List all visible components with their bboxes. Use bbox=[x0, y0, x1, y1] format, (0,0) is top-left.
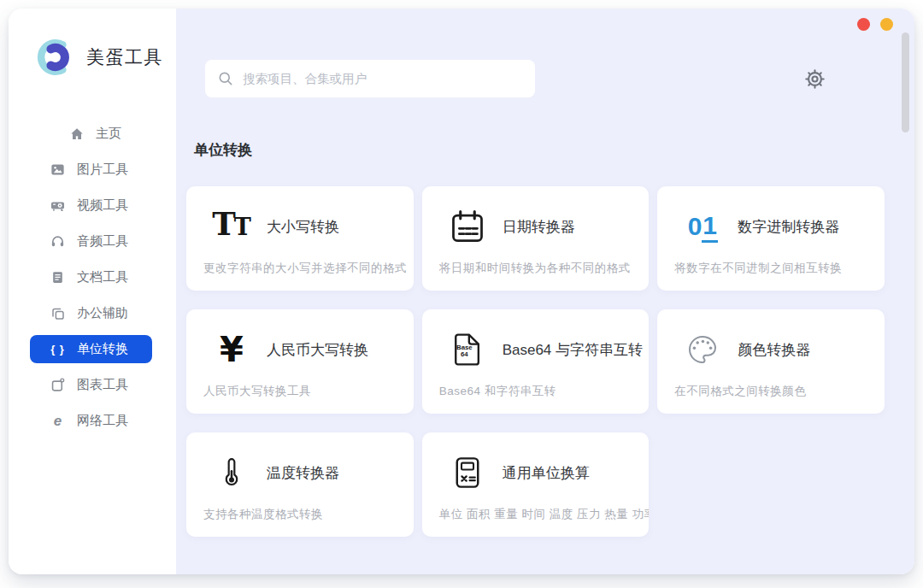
home-icon bbox=[68, 126, 85, 142]
card-color-converter[interactable]: 颜色转换器 在不同格式之间转换颜色 bbox=[657, 309, 885, 414]
video-icon bbox=[50, 197, 66, 214]
card-title: Base64 与字符串互转 bbox=[503, 340, 643, 360]
image-icon bbox=[50, 162, 66, 178]
search-icon bbox=[217, 70, 234, 87]
card-title: 温度转换器 bbox=[267, 463, 339, 483]
sidebar-item-office-assist[interactable]: 办公辅助 bbox=[30, 299, 152, 327]
audio-icon bbox=[50, 233, 66, 250]
page-title: 单位转换 bbox=[194, 140, 914, 160]
minimize-dot[interactable] bbox=[880, 18, 893, 31]
app-window: 美蛋工具 主页 图片工具 bbox=[9, 9, 914, 574]
calendar-icon bbox=[446, 205, 489, 248]
card-title: 人民币大写转换 bbox=[267, 340, 368, 360]
braces-icon: { } bbox=[50, 341, 66, 357]
sidebar-item-chart-tools[interactable]: 图表工具 bbox=[30, 371, 152, 399]
sidebar-item-label: 办公辅助 bbox=[77, 305, 128, 321]
yen-icon: ¥ bbox=[210, 328, 253, 371]
card-desc: 更改字符串的大小写并选择不同的格式 bbox=[203, 261, 397, 276]
card-date-converter[interactable]: 日期转换器 将日期和时间转换为各种不同的格式 bbox=[422, 186, 650, 291]
card-temperature[interactable]: 温度转换器 支持各种温度格式转换 bbox=[186, 432, 414, 537]
sidebar: 美蛋工具 主页 图片工具 bbox=[9, 9, 176, 574]
base64-file-icon: Base 64 bbox=[446, 328, 489, 371]
sidebar-item-video-tools[interactable]: 视频工具 bbox=[30, 191, 152, 220]
brand: 美蛋工具 bbox=[9, 34, 176, 80]
card-base64[interactable]: Base 64 Base64 与字符串互转 Base64 和字符串互转 bbox=[422, 309, 650, 414]
card-desc: 将日期和时间转换为各种不同的格式 bbox=[439, 261, 632, 276]
window-controls bbox=[857, 18, 893, 31]
tool-card-grid: TT 大小写转换 更改字符串的大小写并选择不同的格式 日期转换器 bbox=[186, 186, 885, 537]
svg-text:64: 64 bbox=[461, 350, 468, 358]
card-title: 通用单位换算 bbox=[503, 463, 590, 483]
sidebar-nav: 主页 图片工具 bbox=[9, 120, 176, 435]
card-desc: 人民币大写转换工具 bbox=[203, 384, 397, 399]
thermometer-icon bbox=[210, 451, 253, 494]
card-title: 大小写转换 bbox=[267, 217, 339, 237]
card-title: 颜色转换器 bbox=[738, 340, 810, 360]
app-title: 美蛋工具 bbox=[86, 45, 163, 69]
text-case-icon: TT bbox=[210, 205, 253, 248]
document-icon bbox=[50, 269, 66, 285]
sidebar-item-label: 图片工具 bbox=[77, 162, 128, 178]
sidebar-item-image-tools[interactable]: 图片工具 bbox=[30, 156, 152, 184]
binary-01-icon: 01 bbox=[681, 205, 724, 248]
sidebar-item-label: 音频工具 bbox=[77, 233, 128, 250]
card-desc: Base64 和字符串互转 bbox=[439, 384, 632, 399]
search-input[interactable] bbox=[205, 60, 535, 97]
sidebar-item-unit-conversion[interactable]: { } 单位转换 bbox=[30, 335, 152, 363]
sidebar-item-label: 视频工具 bbox=[77, 197, 128, 214]
card-desc: 单位 面积 重量 时间 温度 压力 热量 功率 bbox=[439, 507, 632, 522]
card-rmb-uppercase[interactable]: ¥ 人民币大写转换 人民币大写转换工具 bbox=[186, 309, 414, 414]
network-e-icon: e bbox=[50, 413, 66, 429]
sidebar-item-label: 文档工具 bbox=[77, 269, 128, 285]
sidebar-item-audio-tools[interactable]: 音频工具 bbox=[30, 227, 152, 256]
card-title: 日期转换器 bbox=[503, 217, 575, 237]
card-desc: 支持各种温度格式转换 bbox=[203, 507, 397, 522]
sidebar-item-home[interactable]: 主页 bbox=[30, 120, 152, 148]
main-pane: 单位转换 TT 大小写转换 更改字符串的大小写并选择不同的格式 bbox=[176, 9, 914, 574]
chart-board-icon bbox=[50, 377, 66, 393]
card-text-case[interactable]: TT 大小写转换 更改字符串的大小写并选择不同的格式 bbox=[186, 186, 414, 291]
card-title: 数字进制转换器 bbox=[738, 217, 839, 237]
sidebar-item-document-tools[interactable]: 文档工具 bbox=[30, 263, 152, 291]
calculator-icon bbox=[446, 451, 489, 494]
search-box bbox=[205, 60, 535, 97]
app-logo-icon bbox=[32, 34, 79, 80]
settings-gear-icon[interactable] bbox=[803, 68, 826, 91]
close-dot[interactable] bbox=[857, 18, 870, 31]
card-desc: 将数字在不同进制之间相互转换 bbox=[674, 261, 867, 276]
card-unit-calc[interactable]: 通用单位换算 单位 面积 重量 时间 温度 压力 热量 功率 bbox=[422, 432, 650, 537]
sidebar-item-label: 单位转换 bbox=[77, 341, 128, 357]
office-copy-icon bbox=[50, 305, 66, 321]
sidebar-item-label: 主页 bbox=[96, 126, 121, 142]
sidebar-item-network-tools[interactable]: e 网络工具 bbox=[30, 407, 152, 435]
sidebar-item-label: 图表工具 bbox=[77, 377, 128, 393]
scrollbar-thumb[interactable] bbox=[902, 32, 909, 132]
card-desc: 在不同格式之间转换颜色 bbox=[674, 384, 867, 399]
sidebar-item-label: 网络工具 bbox=[77, 413, 128, 429]
card-number-base[interactable]: 01 数字进制转换器 将数字在不同进制之间相互转换 bbox=[657, 186, 885, 291]
palette-icon bbox=[681, 328, 724, 371]
topbar bbox=[205, 60, 826, 97]
